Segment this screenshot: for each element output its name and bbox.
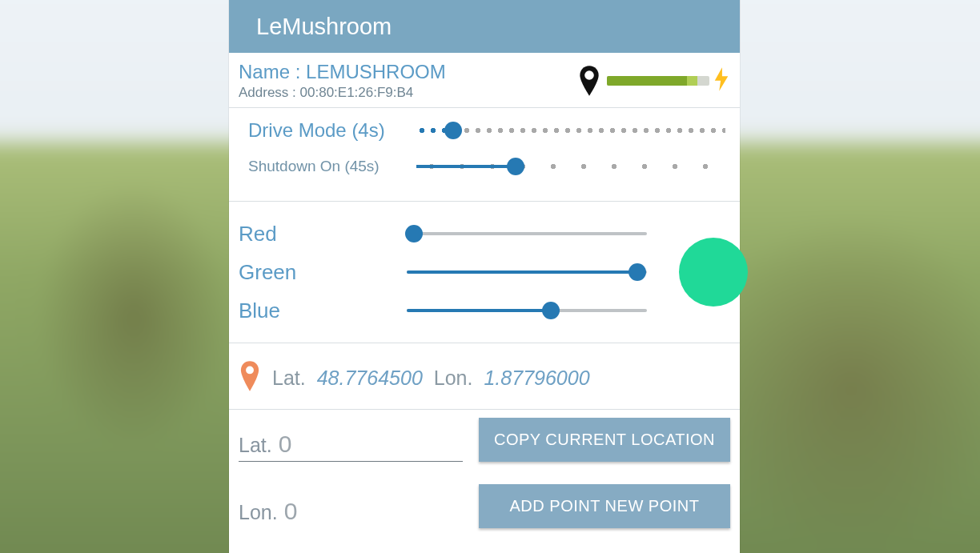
drive-mode-label: Drive Mode (4s): [248, 119, 416, 142]
green-row: Green: [239, 253, 730, 291]
svg-point-0: [584, 70, 594, 80]
blue-row: Blue: [239, 291, 730, 330]
lat-input-field[interactable]: Lat. 0: [239, 431, 463, 462]
battery-indicator: [607, 76, 709, 86]
device-name-value: LEMUSHROOM: [306, 61, 446, 82]
device-address-line: Address : 00:80:E1:26:F9:B4: [239, 85, 446, 101]
device-status-icons: [578, 66, 730, 96]
drive-mode-slider[interactable]: [416, 122, 725, 138]
lat-input-label: Lat.: [239, 434, 272, 457]
green-label: Green: [239, 260, 407, 285]
lat-input-row: Lat. 0 COPY CURRENT LOCATION: [229, 410, 740, 470]
shutdown-row: Shutdown On (45s): [239, 150, 730, 183]
device-address-label: Address :: [239, 85, 300, 100]
red-label: Red: [239, 222, 407, 246]
lon-input-row: Lon. 0 ADD POINT NEW POINT: [229, 470, 740, 536]
app-titlebar: LeMushroom: [229, 0, 740, 53]
lon-input-value: 0: [284, 498, 298, 525]
copy-location-button[interactable]: COPY CURRENT LOCATION: [479, 418, 730, 462]
map-pin-icon: [239, 361, 261, 395]
gps-readout-row: Lat. 48.7764500 Lon. 1.87796000: [229, 343, 740, 410]
device-name-line: Name : LEMUSHROOM: [239, 61, 446, 83]
location-pin-icon: [578, 66, 600, 96]
lon-input-field[interactable]: Lon. 0: [239, 498, 463, 528]
blue-slider[interactable]: [407, 303, 647, 319]
drive-mode-row: Drive Mode (4s): [239, 111, 730, 150]
blue-label: Blue: [239, 299, 407, 323]
gps-lat-value: 48.7764500: [317, 367, 423, 390]
device-name-label: Name :: [239, 61, 306, 82]
add-point-button[interactable]: ADD POINT NEW POINT: [479, 484, 730, 528]
shutdown-slider[interactable]: [416, 158, 725, 174]
app-title: LeMushroom: [256, 14, 392, 40]
gps-lon-value: 1.87796000: [484, 367, 589, 390]
device-address-value: 00:80:E1:26:F9:B4: [300, 85, 414, 100]
device-info-row: Name : LEMUSHROOM Address : 00:80:E1:26:…: [229, 53, 740, 108]
svg-point-1: [246, 367, 254, 375]
color-preview-swatch: [679, 238, 748, 307]
gps-lon-label: Lon.: [434, 367, 473, 390]
shutdown-label: Shutdown On (45s): [248, 158, 416, 175]
charging-bolt-icon: [713, 67, 730, 94]
lon-input-label: Lon.: [239, 501, 278, 524]
red-slider[interactable]: [407, 226, 647, 242]
lat-input-value: 0: [279, 431, 292, 458]
gps-lat-label: Lat.: [272, 367, 306, 390]
mode-sliders-section: Drive Mode (4s) Shutdown On (45s): [229, 108, 740, 202]
device-info-text: Name : LEMUSHROOM Address : 00:80:E1:26:…: [239, 61, 446, 101]
color-section: Red Green Blue: [229, 202, 740, 343]
app-panel: LeMushroom Name : LEMUSHROOM Address : 0…: [229, 0, 740, 553]
red-row: Red: [239, 214, 730, 253]
green-slider[interactable]: [407, 264, 647, 280]
